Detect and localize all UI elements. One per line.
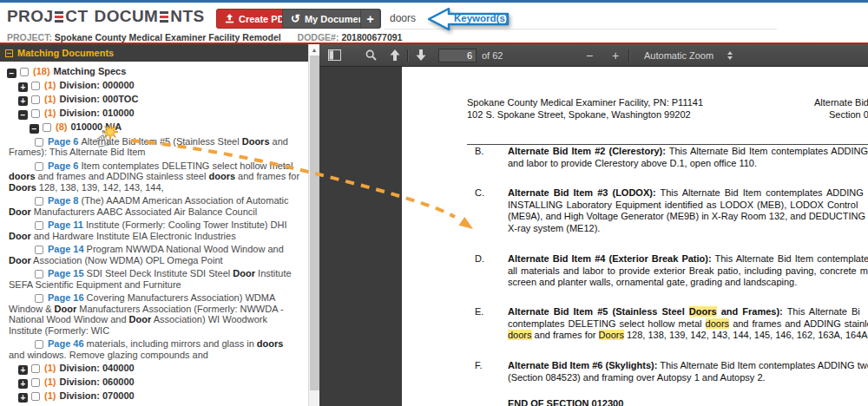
checkbox[interactable] [31,378,40,387]
expand-toggle-icon[interactable]: + [18,379,28,389]
paragraph-letter: F. [475,360,483,372]
page-link[interactable]: Page 14 [48,244,84,254]
branch-label: 010000 N/A [70,121,122,132]
tree-branch-row[interactable]: −(8)010000 N/A [0,121,308,134]
checkbox[interactable] [35,340,43,349]
checkbox[interactable] [35,246,43,254]
search-result-item[interactable]: Page 15SDI Steel Deck Institute SDI Stee… [0,267,308,291]
toolbar-separator [628,49,630,62]
branch-label: Division: 000TOC [59,94,138,104]
checkbox[interactable] [35,221,43,230]
page-link[interactable]: Page 16 [48,292,84,303]
search-result-item[interactable]: Page 46materials, including mirrors and … [0,337,308,362]
matching-documents-title: Matching Documents [17,48,114,58]
search-result-item[interactable]: Page 6Alternate Bid Item #5 (Stainless S… [0,134,308,159]
checkbox[interactable] [31,109,40,118]
checkbox[interactable] [20,68,29,76]
sidebar-scrollbar[interactable]: ▲ [308,44,319,406]
add-keyword-button[interactable]: + [360,9,380,29]
page-link[interactable]: Page 11 [48,219,83,230]
page-link[interactable]: Page 46 [48,338,84,349]
branch-label: Matching Specs [54,66,127,76]
collapse-toggle-icon[interactable]: − [30,124,39,134]
checkbox[interactable] [31,95,40,104]
collapse-toggle-icon[interactable]: − [7,69,16,78]
page-number-input[interactable] [438,49,477,62]
tree-branch-row[interactable]: +(1)Division: 000TOC [0,93,308,107]
sidebar-toggle-button[interactable] [324,46,345,64]
paragraph-letter: E. [475,306,483,318]
find-button[interactable] [360,46,381,64]
checkbox[interactable] [35,270,43,278]
branch-label: Division: 000000 [59,80,134,90]
tree-branch-row[interactable]: +(1)Division: 060000 [0,376,308,390]
project-label: PROJECT: [7,32,52,43]
page-link[interactable]: Page 6 [48,136,78,147]
expand-toggle-icon[interactable]: + [18,82,28,92]
scroll-up-icon[interactable]: ▲ [309,44,319,56]
app-window: { "colors":{"accent_red":"#c9302c","red_… [0,0,868,406]
dodge-number: 201800677091 [341,32,402,43]
app-header: PROJCTDOCUMNTS Create PDF ↺ My Documents… [0,3,868,43]
match-count: (1) [44,377,56,387]
pdf-page: Spokane County Medical Examiner Facility… [402,67,868,406]
checkbox[interactable] [31,364,40,373]
search-result-item[interactable]: Page 11Institute (Formerly: Cooling Towe… [0,219,308,243]
expand-toggle-icon[interactable]: + [18,365,28,375]
search-result-item[interactable]: Page 8(The) AAADM American Association o… [0,194,308,219]
results-tree: −(18)Matching Specs+(1)Division: 000000+… [0,62,308,406]
tree-branch-row[interactable]: −(18)Matching Specs [0,65,308,79]
checkbox[interactable] [31,82,40,90]
tree-branch-row[interactable]: +(1)Division: 000000 [0,79,308,93]
collapse-toggle-icon[interactable]: − [18,110,28,120]
search-highlight: doors [706,318,730,329]
expand-toggle-icon[interactable]: + [18,96,28,106]
end-of-section-label: END OF SECTION 012300 [508,398,623,406]
tree-branch-row[interactable]: −(1)Division: 010000 [0,107,308,121]
search-result-item[interactable]: Page 16Covering Manufacturers Associatio… [0,291,308,337]
collapse-icon[interactable] [5,49,13,57]
page-link[interactable]: Page 8 [48,195,78,206]
zoom-out-button[interactable]: − [580,46,599,64]
page-link[interactable]: Page 15 [48,268,84,278]
checkbox[interactable] [31,392,40,401]
zoom-controls: − + Automatic Zoom [580,44,738,66]
zoom-select-label: Automatic Zoom [644,50,713,61]
history-icon: ↺ [291,14,300,23]
checkbox[interactable] [35,138,43,147]
checkbox[interactable] [43,123,51,132]
plus-icon: + [366,12,373,26]
dodge-label: DODGE#: [298,32,339,43]
tree-branch-row[interactable]: +(1)Division: 040000 [0,362,308,376]
tree-branch-row[interactable]: +(1)Division: 080000 [0,403,308,406]
paragraph-letter: C. [475,187,484,200]
search-result-item[interactable]: Page 14Program NWWDA National Wood Windo… [0,243,308,267]
search-icon [365,49,377,61]
match-count: (1) [44,94,56,104]
branch-label: Division: 070000 [59,390,134,401]
document-header-left: Spokane County Medical Examiner Facility… [467,97,703,121]
zoom-select[interactable]: Automatic Zoom [639,49,738,62]
checkbox[interactable] [35,197,43,206]
project-info-bar: PROJECT: Spokane County Medical Examiner… [7,32,402,43]
scrollbar-thumb[interactable] [310,56,319,390]
tree-branch-row[interactable]: +(1)Division: 070000 [0,390,308,403]
checkbox[interactable] [35,162,43,171]
zoom-select-arrows-icon [727,51,733,60]
previous-page-button[interactable] [385,46,405,64]
match-count: (1) [44,363,56,373]
expand-toggle-icon[interactable]: + [18,393,28,403]
search-result-item[interactable]: Page 6Item contemplates DELETING select … [0,159,308,194]
logo-letter-e [55,11,63,23]
matching-documents-header[interactable]: Matching Documents [0,44,308,62]
next-page-button[interactable] [411,46,431,64]
keyword-search-input[interactable] [385,7,777,29]
page-down-icon [416,49,426,61]
branch-label: Division: 040000 [59,363,134,373]
checkbox[interactable] [35,294,43,303]
zoom-in-button[interactable]: + [606,46,625,64]
zoom-in-icon: + [612,49,619,62]
paragraph-letter: D. [475,253,484,265]
page-link[interactable]: Page 6 [48,160,78,171]
match-count: (1) [44,108,56,118]
